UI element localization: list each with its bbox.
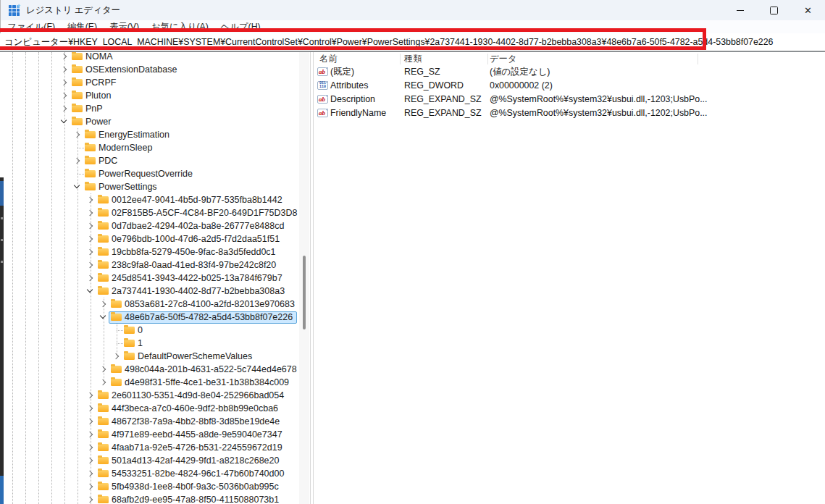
tree-node-label[interactable]: d4e98f31-5ffe-4ce1-be31-1b38b384c009 bbox=[109, 377, 293, 389]
menu-item-1[interactable]: 編集(E) bbox=[67, 21, 97, 33]
tree-node[interactable]: 0d7dbae2-4294-402a-ba8e-26777e8488cd bbox=[2, 219, 310, 232]
chevron-right-icon[interactable] bbox=[87, 470, 94, 477]
chevron-right-icon[interactable] bbox=[87, 196, 94, 203]
tree-node-label[interactable]: 48e6b7a6-50f5-4782-a5d4-53bb8f07e226 bbox=[109, 311, 297, 324]
tree-node[interactable]: 68afb2d9-ee95-47a8-8f50-4115088073b1 bbox=[2, 493, 310, 504]
value-row[interactable]: FriendlyNameREG_EXPAND_SZ@%SystemRoot%¥s… bbox=[314, 106, 825, 120]
tree-node[interactable]: Power bbox=[2, 115, 310, 128]
column-header-data[interactable]: データ bbox=[490, 52, 516, 65]
chevron-down-icon[interactable] bbox=[74, 183, 81, 190]
tree-node-label[interactable]: Power bbox=[70, 116, 115, 128]
chevron-right-icon[interactable] bbox=[87, 496, 94, 503]
value-row[interactable]: AttributesREG_DWORD0x00000002 (2) bbox=[314, 79, 825, 93]
tree-node-label[interactable]: NOMA bbox=[70, 52, 117, 63]
column-divider[interactable] bbox=[400, 54, 401, 64]
tree-node[interactable]: 19cbb8fa-5279-450e-9fac-8a3d5fedd0c1 bbox=[2, 245, 310, 259]
chevron-right-icon[interactable] bbox=[61, 66, 68, 73]
tree-node[interactable]: 5fb4938d-1ee8-4b0f-9a3c-5036b0ab995c bbox=[2, 480, 310, 493]
column-header-name[interactable]: 名前 bbox=[319, 52, 338, 65]
tree-node[interactable]: 4f971e89-eebd-4455-a8de-9e59040e7347 bbox=[2, 428, 310, 441]
tree-node-label[interactable]: 19cbb8fa-5279-450e-9fac-8a3d5fedd0c1 bbox=[96, 246, 280, 259]
tree-node[interactable]: 02F815B5-A5CF-4C84-BF20-649D1F75D3D8 bbox=[2, 206, 310, 219]
tree-node-label[interactable]: 498c044a-201b-4631-a522-5c744ed4e678 bbox=[109, 364, 301, 376]
value-row[interactable]: DescriptionREG_EXPAND_SZ@%SystemRoot%¥sy… bbox=[314, 93, 825, 106]
chevron-right-icon[interactable] bbox=[87, 235, 94, 243]
chevron-right-icon[interactable] bbox=[100, 366, 107, 373]
tree-node-label[interactable]: 4faab71a-92e5-4726-b531-224559672d19 bbox=[96, 442, 287, 454]
tree-node-label[interactable]: 5fb4938d-1ee8-4b0f-9a3c-5036b0ab995c bbox=[96, 481, 283, 493]
tree-node-label[interactable]: DefaultPowerSchemeValues bbox=[122, 350, 256, 363]
chevron-right-icon[interactable] bbox=[87, 483, 94, 490]
tree-node[interactable]: EnergyEstimation bbox=[2, 128, 310, 141]
tree-node-label[interactable]: 0853a681-27c8-4100-a2fd-82013e970683 bbox=[109, 298, 299, 311]
tree-node-label[interactable]: 245d8541-3943-4422-b025-13a784f679b7 bbox=[96, 272, 287, 285]
chevron-right-icon[interactable] bbox=[61, 105, 68, 112]
chevron-down-icon[interactable] bbox=[87, 287, 94, 295]
tree-node-label[interactable]: EnergyEstimation bbox=[83, 129, 174, 141]
tree-node[interactable]: NOMA bbox=[2, 52, 310, 63]
chevron-right-icon[interactable] bbox=[74, 131, 81, 138]
tree-node-label[interactable]: ModernSleep bbox=[83, 142, 156, 154]
tree-node-label[interactable]: OSExtensionDatabase bbox=[70, 64, 181, 76]
address-bar[interactable]: コンピューター¥HKEY_LOCAL_MACHINE¥SYSTEM¥Curren… bbox=[0, 33, 825, 51]
chevron-right-icon[interactable] bbox=[87, 418, 94, 425]
tree-node-label[interactable]: PDC bbox=[83, 155, 122, 167]
chevron-right-icon[interactable] bbox=[87, 392, 94, 399]
tree-node-label[interactable]: 2e601130-5351-4d9d-8e04-252966bad054 bbox=[96, 390, 288, 402]
tree-node[interactable]: OSExtensionDatabase bbox=[2, 63, 310, 76]
menu-item-4[interactable]: ヘルプ(H) bbox=[221, 21, 261, 33]
tree-node-label[interactable]: 02F815B5-A5CF-4C84-BF20-649D1F75D3D8 bbox=[96, 207, 301, 219]
tree-node[interactable]: 2a737441-1930-4402-8d77-b2bebba308a3 bbox=[2, 285, 310, 298]
tree-node[interactable]: 0853a681-27c8-4100-a2fd-82013e970683 bbox=[2, 298, 310, 311]
tree-node-label[interactable]: 1 bbox=[122, 337, 147, 350]
tree-node[interactable]: PowerSettings bbox=[2, 180, 310, 193]
tree-node[interactable]: 54533251-82be-4824-96c1-47b60b740d00 bbox=[2, 467, 310, 480]
tree-node-label[interactable]: Pluton bbox=[70, 90, 115, 102]
chevron-right-icon[interactable] bbox=[100, 379, 107, 386]
tree-node-label[interactable]: 44f3beca-a7c0-460e-9df2-bb8b99e0cba6 bbox=[96, 403, 282, 415]
tree-node-label[interactable]: 54533251-82be-4824-96c1-47b60b740d00 bbox=[96, 468, 288, 480]
tree-node[interactable]: PDC bbox=[2, 154, 310, 167]
chevron-right-icon[interactable] bbox=[113, 353, 120, 360]
tree-node[interactable]: ModernSleep bbox=[2, 141, 310, 154]
tree-node[interactable]: DefaultPowerSchemeValues bbox=[2, 350, 310, 363]
tree-node[interactable]: PCRPF bbox=[2, 76, 310, 89]
menu-item-2[interactable]: 表示(V) bbox=[109, 21, 139, 33]
tree-node-label[interactable]: 48672f38-7a9a-4bb2-8bf8-3d85be19de4e bbox=[96, 416, 284, 428]
maximize-button[interactable] bbox=[757, 0, 791, 20]
chevron-right-icon[interactable] bbox=[87, 248, 94, 256]
tree-node[interactable]: 48672f38-7a9a-4bb2-8bf8-3d85be19de4e bbox=[2, 415, 310, 428]
chevron-right-icon[interactable] bbox=[87, 209, 94, 217]
tree-node[interactable]: 0 bbox=[2, 324, 310, 337]
tree-node-label[interactable]: 0d7dbae2-4294-402a-ba8e-26777e8488cd bbox=[96, 220, 288, 232]
tree-node-label[interactable]: PnP bbox=[70, 103, 107, 115]
tree-node[interactable]: 501a4d13-42af-4429-9fd1-a8218c268e20 bbox=[2, 454, 310, 467]
tree-node[interactable]: 0012ee47-9041-4b5d-9b77-535fba8b1442 bbox=[2, 193, 310, 206]
tree-node-label[interactable]: 0012ee47-9041-4b5d-9b77-535fba8b1442 bbox=[96, 194, 287, 206]
chevron-right-icon[interactable] bbox=[87, 405, 94, 412]
tree-node[interactable]: 4faab71a-92e5-4726-b531-224559672d19 bbox=[2, 441, 310, 454]
tree-node-label[interactable]: 68afb2d9-ee95-47a8-8f50-4115088073b1 bbox=[96, 494, 283, 504]
chevron-right-icon[interactable] bbox=[61, 79, 68, 86]
tree-node-selected[interactable]: 48e6b7a6-50f5-4782-a5d4-53bb8f07e226 bbox=[2, 311, 310, 324]
chevron-right-icon[interactable] bbox=[87, 274, 94, 282]
tree-node-label[interactable]: 0 bbox=[122, 324, 147, 337]
tree-node-label[interactable]: PowerSettings bbox=[83, 181, 162, 193]
tree-node-label[interactable]: 0e796bdb-100d-47d6-a2d5-f7d2daa51f51 bbox=[96, 233, 284, 245]
tree-node-label[interactable]: 501a4d13-42af-4429-9fd1-a8218c268e20 bbox=[96, 455, 283, 467]
chevron-right-icon[interactable] bbox=[87, 457, 94, 464]
menu-item-3[interactable]: お気に入り(A) bbox=[151, 21, 209, 33]
chevron-right-icon[interactable] bbox=[87, 261, 94, 269]
chevron-right-icon[interactable] bbox=[100, 301, 107, 308]
chevron-right-icon[interactable] bbox=[61, 92, 68, 99]
chevron-right-icon[interactable] bbox=[87, 222, 94, 230]
close-button[interactable]: ✕ bbox=[791, 0, 825, 20]
column-divider[interactable] bbox=[487, 54, 488, 64]
minimize-button[interactable] bbox=[723, 0, 757, 20]
tree-node[interactable]: Pluton bbox=[2, 89, 310, 102]
tree-node[interactable]: 1 bbox=[2, 337, 310, 350]
tree-node[interactable]: 498c044a-201b-4631-a522-5c744ed4e678 bbox=[2, 363, 310, 376]
tree-node-label[interactable]: 4f971e89-eebd-4455-a8de-9e59040e7347 bbox=[96, 429, 287, 441]
tree-node-label[interactable]: 2a737441-1930-4402-8d77-b2bebba308a3 bbox=[96, 285, 289, 298]
tree-node[interactable]: PnP bbox=[2, 102, 310, 115]
